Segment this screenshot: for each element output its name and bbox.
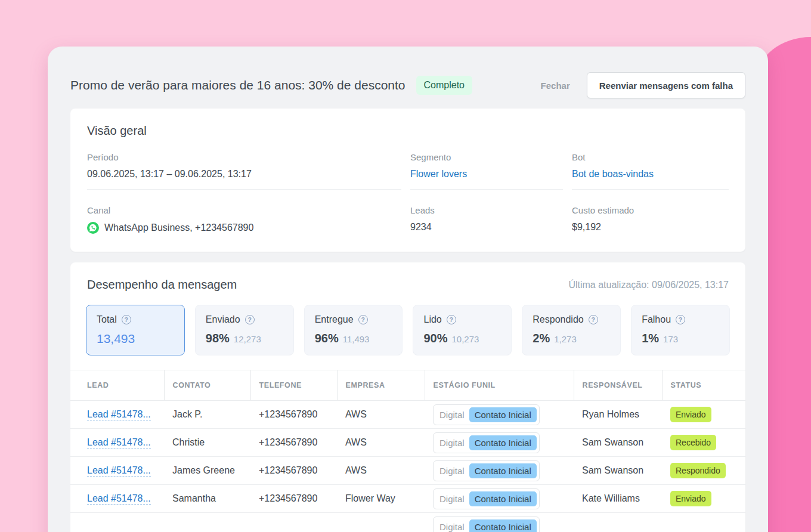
stat-value: 1%: [642, 332, 659, 345]
phone-cell: +1234567890: [250, 401, 337, 429]
owner-cell: Ryan Holmes: [574, 401, 662, 429]
funnel-pill[interactable]: DigitalContato Inicial: [433, 488, 540, 509]
lead-link[interactable]: Lead #51478...: [87, 465, 151, 477]
stat-value: 98%: [206, 332, 230, 345]
stat-card-total[interactable]: Total? 13,493: [86, 305, 185, 355]
status-badge: Completo: [416, 76, 472, 95]
owner-cell: Sam Swanson: [574, 457, 662, 485]
col-lead: Lead: [70, 370, 164, 401]
funnel-stage-label: Digital: [439, 494, 465, 504]
stat-card-falhou[interactable]: Falhou? 1%173: [631, 305, 730, 355]
col-empresa: Empresa: [337, 370, 425, 401]
stat-value: 90%: [423, 332, 447, 345]
funnel-stage-chip: Contato Inicial: [469, 463, 537, 478]
phone-cell: +1234567890: [250, 457, 337, 485]
whatsapp-icon: [87, 222, 99, 234]
status-chip: Enviado: [670, 491, 711, 506]
funnel-stage-chip: Contato Inicial: [469, 519, 537, 532]
stat-card-entregue[interactable]: Entregue? 96%11,493: [304, 305, 403, 355]
stat-count: 1,273: [554, 334, 577, 344]
col-contato: Contato: [164, 370, 250, 401]
col-responsavel: Responsável: [574, 370, 662, 401]
campaign-header: Promo de verão para maiores de 16 anos: …: [70, 70, 745, 100]
last-update-text: Última atualização: 09/06/2025, 13:17: [568, 280, 729, 290]
funnel-pill[interactable]: DigitalContato Inicial: [433, 516, 540, 532]
lead-link[interactable]: Lead #51478...: [87, 409, 151, 420]
contact-cell: Christie: [164, 429, 250, 457]
phone-cell: [250, 513, 337, 532]
phone-cell: +1234567890: [250, 485, 337, 513]
funnel-pill[interactable]: DigitalContato Inicial: [433, 460, 540, 481]
company-cell: AWS: [337, 457, 425, 485]
performance-title: Desempenho da mensagem: [87, 278, 237, 292]
segment-link[interactable]: Flower lovers: [410, 169, 563, 180]
stat-card-enviado[interactable]: Enviado? 98%12,273: [195, 305, 294, 355]
close-button[interactable]: Fechar: [541, 81, 570, 91]
stat-value: 13,493: [97, 332, 135, 346]
funnel-pill[interactable]: DigitalContato Inicial: [433, 404, 540, 425]
contact-cell: Samantha: [164, 485, 250, 513]
field-value: $9,192: [572, 222, 729, 233]
funnel-stage-chip: Contato Inicial: [469, 407, 537, 422]
contact-cell: James Greene: [164, 457, 250, 485]
lead-link[interactable]: Lead #51478...: [87, 493, 151, 505]
resend-failed-messages-button[interactable]: Reenviar mensagens com falha: [587, 72, 745, 98]
stat-count: 12,273: [234, 334, 261, 344]
funnel-stage-label: Digital: [439, 522, 465, 532]
field-label: Bot: [572, 152, 729, 162]
stat-label: Lido: [423, 314, 441, 325]
field-segmento: Segmento Flower lovers: [410, 152, 563, 190]
company-cell: AWS: [337, 429, 425, 457]
leads-table: Lead Contato Telefone Empresa Estágio fu…: [70, 370, 745, 532]
lead-link[interactable]: Lead #51478...: [87, 437, 151, 449]
stat-label: Falhou: [642, 314, 671, 325]
overview-title: Visão geral: [87, 124, 729, 138]
table-row: Lead #51478... Jack P. +1234567890 AWS D…: [70, 401, 745, 429]
table-header-row: Lead Contato Telefone Empresa Estágio fu…: [70, 370, 745, 401]
help-icon[interactable]: ?: [589, 315, 598, 324]
stat-count: 10,273: [452, 334, 479, 344]
status-chip: Enviado: [670, 407, 711, 422]
owner-cell: Kate Williams: [574, 485, 662, 513]
funnel-stage-chip: Contato Inicial: [469, 435, 537, 450]
col-telefone: Telefone: [250, 370, 337, 401]
campaign-panel: Promo de verão para maiores de 16 anos: …: [48, 47, 768, 532]
stat-card-respondido[interactable]: Respondido? 2%1,273: [522, 305, 621, 355]
company-cell: AWS: [337, 401, 425, 429]
table-row: Lead #51478... Christie +1234567890 AWS …: [70, 429, 745, 457]
field-custo-estimado: Custo estimado $9,192: [572, 205, 729, 234]
field-leads: Leads 9234: [410, 205, 563, 234]
funnel-pill[interactable]: DigitalContato Inicial: [433, 432, 540, 453]
field-label: Período: [87, 152, 401, 162]
stat-card-lido[interactable]: Lido? 90%10,273: [413, 305, 512, 355]
stat-label: Total: [97, 314, 117, 325]
help-icon[interactable]: ?: [447, 315, 456, 324]
field-label: Custo estimado: [572, 205, 729, 215]
help-icon[interactable]: ?: [676, 315, 685, 324]
funnel-stage-label: Digital: [439, 410, 465, 420]
stat-value: 96%: [315, 332, 339, 345]
col-status: Status: [662, 370, 745, 401]
funnel-stage-label: Digital: [439, 466, 465, 476]
company-cell: [337, 513, 425, 532]
overview-fields: Período 09.06.2025, 13:17 – 09.06.2025, …: [87, 152, 729, 234]
phone-cell: +1234567890: [250, 429, 337, 457]
col-estagio-funil: Estágio funil: [425, 370, 574, 401]
field-periodo: Período 09.06.2025, 13:17 – 09.06.2025, …: [87, 152, 401, 190]
funnel-stage-label: Digital: [439, 438, 465, 448]
stat-value: 2%: [533, 332, 550, 345]
help-icon[interactable]: ?: [122, 315, 131, 324]
overview-card: Visão geral Período 09.06.2025, 13:17 – …: [70, 109, 745, 252]
help-icon[interactable]: ?: [358, 315, 368, 324]
field-label: Leads: [410, 205, 563, 215]
stat-label: Entregue: [315, 314, 354, 325]
bot-link[interactable]: Bot de boas-vindas: [572, 169, 729, 180]
contact-cell: [164, 513, 250, 532]
performance-header: Desempenho da mensagem Última atualizaçã…: [70, 278, 745, 292]
page-title: Promo de verão para maiores de 16 anos: …: [70, 78, 406, 92]
performance-card: Desempenho da mensagem Última atualizaçã…: [70, 262, 745, 532]
stat-label: Enviado: [206, 314, 240, 325]
contact-cell: Jack P.: [164, 401, 250, 429]
help-icon[interactable]: ?: [245, 315, 255, 324]
stat-count: 11,493: [343, 334, 370, 344]
